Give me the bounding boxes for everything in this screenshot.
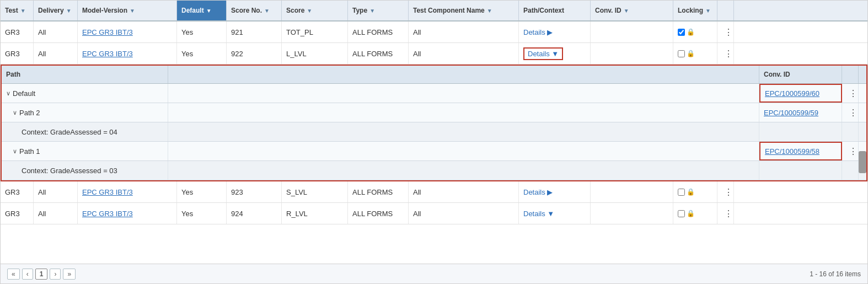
more-button[interactable]: ⋮: [846, 88, 860, 99]
context2-label: Context: GradeAssessed = 03: [22, 167, 117, 175]
delivery-filter-icon[interactable]: ▼: [66, 8, 72, 14]
convid-link-2[interactable]: EPC/1000599/59: [764, 109, 818, 117]
cell-pathctx: Details ▶: [519, 22, 591, 42]
cell-score: R_LVL: [282, 203, 348, 224]
expanded-section: Path Conv. ID ∨ Default EPC/1000599/60: [1, 65, 867, 181]
header-locking: Locking ▼: [673, 1, 717, 20]
model-filter-icon[interactable]: ▼: [130, 8, 135, 14]
expanded-path2-label: Path 2: [19, 109, 40, 117]
expanded-spacer: [168, 161, 759, 180]
cell-locking: 🔒: [673, 22, 717, 42]
default-filter-icon[interactable]: ▼: [206, 8, 212, 14]
expanded-more-cell: [842, 161, 859, 180]
more-button[interactable]: ⋮: [722, 49, 735, 59]
cell-test: GR3: [1, 181, 34, 202]
cell-more: ⋮: [717, 181, 734, 202]
expanded-convid-cell-3: [759, 122, 842, 141]
cell-scoreno: 924: [227, 203, 282, 224]
details-button[interactable]: Details ▶: [523, 28, 553, 36]
test-filter-icon[interactable]: ▼: [20, 8, 26, 14]
expanded-spacer: [168, 142, 759, 160]
expanded-more-cell: [842, 122, 859, 141]
locking-filter-icon[interactable]: ▼: [705, 8, 711, 14]
type-filter-icon[interactable]: ▼: [369, 8, 375, 14]
lock-icon: 🔒: [687, 28, 695, 36]
lock-icon: 🔒: [687, 210, 695, 217]
cell-default: Yes: [177, 203, 227, 224]
cell-convid: [591, 203, 673, 224]
expanded-path2-cell: ∨ Path 2: [2, 103, 168, 122]
cell-pathctx: Details ▶: [519, 181, 591, 202]
convid-link-1[interactable]: EPC/1000599/60: [765, 89, 819, 98]
details-button[interactable]: Details ▼: [523, 210, 554, 218]
expanded-more-cell: ⋮: [842, 142, 859, 160]
model-link[interactable]: EPC GR3 IBT/3: [82, 50, 133, 58]
details-button-highlighted[interactable]: Details ▼: [523, 47, 563, 60]
cell-tcname: All: [409, 181, 519, 202]
first-page-button[interactable]: «: [7, 269, 20, 280]
header-delivery: Delivery ▼: [34, 1, 78, 20]
header-more: [717, 1, 734, 20]
cell-default: Yes: [177, 43, 227, 64]
page-1-button[interactable]: 1: [35, 269, 48, 280]
expanded-more-cell: ⋮: [842, 103, 859, 122]
locking-checkbox[interactable]: [678, 210, 685, 217]
model-link[interactable]: EPC GR3 IBT/3: [82, 28, 133, 36]
locking-checkbox[interactable]: [678, 50, 685, 57]
cell-model: EPC GR3 IBT/3: [78, 22, 177, 42]
model-link[interactable]: EPC GR3 IBT/3: [82, 210, 133, 218]
convid-link-4[interactable]: EPC/1000599/58: [765, 147, 819, 156]
score-filter-icon[interactable]: ▼: [307, 8, 312, 14]
pagination-controls: « ‹ 1 › »: [7, 269, 76, 280]
cell-type: ALL FORMS: [348, 43, 409, 64]
more-button[interactable]: ⋮: [722, 27, 735, 37]
prev-page-button[interactable]: ‹: [22, 269, 33, 280]
cell-convid: [591, 181, 673, 202]
last-page-button[interactable]: »: [63, 269, 76, 280]
cell-pathctx: Details ▼: [519, 43, 591, 64]
expanded-convid-cell-2: EPC/1000599/59: [759, 103, 842, 122]
cell-tcname: All: [409, 203, 519, 224]
expanded-convid-cell-1: EPC/1000599/60: [759, 84, 842, 103]
expanded-path1-row: ∨ Path 1 EPC/1000599/58 ⋮: [2, 142, 866, 161]
model-link[interactable]: EPC GR3 IBT/3: [82, 188, 133, 196]
cell-tcname: All: [409, 43, 519, 64]
cell-default: Yes: [177, 181, 227, 202]
convid-filter-icon[interactable]: ▼: [624, 8, 629, 14]
scoreno-filter-icon[interactable]: ▼: [264, 8, 270, 14]
table-row: GR3 All EPC GR3 IBT/3 Yes 922 L_LVL ALL …: [1, 43, 867, 65]
header-scoreno: Score No. ▼: [227, 1, 282, 20]
expanded-more-cell: ⋮: [842, 84, 859, 103]
table-row: GR3 All EPC GR3 IBT/3 Yes 924 R_LVL ALL …: [1, 203, 867, 224]
cell-locking: 🔒: [673, 203, 717, 224]
more-button[interactable]: ⋮: [722, 208, 735, 219]
cell-test: GR3: [1, 22, 34, 42]
more-button[interactable]: ⋮: [846, 108, 860, 118]
cell-test: GR3: [1, 43, 34, 64]
expanded-spacer: [168, 103, 759, 122]
locking-checkbox[interactable]: [678, 189, 685, 196]
cell-tcname: All: [409, 22, 519, 42]
header-default: Default ▼: [177, 1, 227, 20]
details-button[interactable]: Details ▶: [523, 188, 553, 196]
header-model: Model-Version ▼: [78, 1, 177, 20]
cell-scoreno: 923: [227, 181, 282, 202]
expanded-path1-label: Path 1: [19, 147, 40, 156]
expanded-context2-cell: Context: GradeAssessed = 03: [2, 161, 168, 180]
expanded-convid-cell-4: EPC/1000599/58: [759, 142, 842, 160]
cell-score: L_LVL: [282, 43, 348, 64]
lock-icon: 🔒: [687, 50, 695, 57]
more-button[interactable]: ⋮: [722, 187, 735, 197]
next-page-button[interactable]: ›: [50, 269, 61, 280]
expanded-path-cell: ∨ Default: [2, 84, 168, 103]
locking-checkbox[interactable]: [678, 29, 685, 36]
table-row: GR3 All EPC GR3 IBT/3 Yes 923 S_LVL ALL …: [1, 181, 867, 203]
table-body: GR3 All EPC GR3 IBT/3 Yes 921 TOT_PL ALL…: [1, 22, 867, 264]
tcname-filter-icon[interactable]: ▼: [487, 8, 492, 14]
expanded-convid-cell-5: [759, 161, 842, 180]
cell-type: ALL FORMS: [348, 181, 409, 202]
expanded-spacer: [168, 84, 759, 103]
more-button[interactable]: ⋮: [846, 146, 860, 157]
cell-delivery: All: [34, 43, 78, 64]
cell-more: ⋮: [717, 203, 734, 224]
